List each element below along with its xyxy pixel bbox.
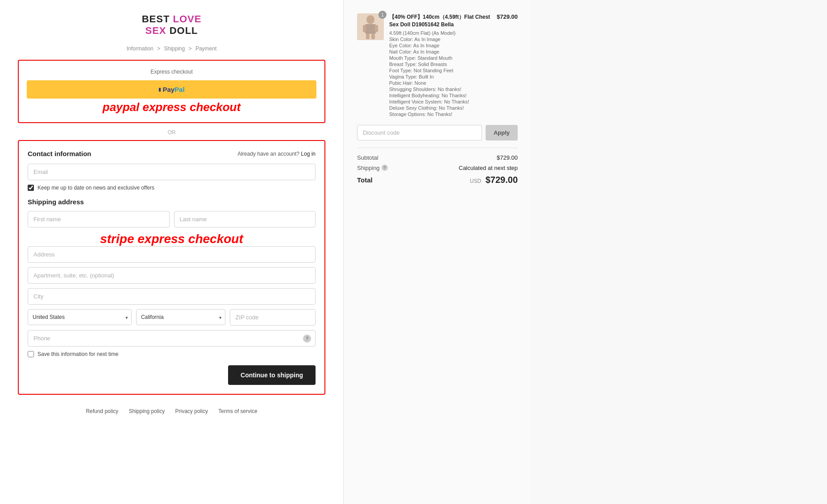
breadcrumb-shipping[interactable]: Shipping [164, 45, 185, 52]
name-row [28, 211, 316, 227]
apply-button[interactable]: Apply [486, 125, 518, 140]
subtotal-label: Subtotal [357, 154, 378, 161]
last-name-field[interactable] [174, 211, 316, 227]
phone-help-icon[interactable]: ? [303, 335, 311, 343]
breadcrumb-sep2: > [189, 45, 192, 52]
email-field[interactable] [28, 164, 316, 180]
contact-header: Contact information Already have an acco… [28, 150, 316, 157]
apt-field[interactable] [28, 267, 316, 284]
item-spec9: Pubic Hair: None [389, 80, 491, 86]
shipping-section-title: Shipping address [28, 198, 316, 206]
item-spec11: Intelligent Bodyheating: No Thanks! [389, 93, 491, 98]
footer-refund[interactable]: Refund policy [86, 408, 118, 414]
footer-privacy[interactable]: Privacy policy [175, 408, 208, 414]
total-row: Total USD $729.00 [357, 175, 518, 185]
continue-to-shipping-button[interactable]: Continue to shipping [228, 365, 316, 385]
paypal-logo-pal: Pal [175, 86, 185, 93]
state-select[interactable]: California Alabama Alaska Arizona New Yo… [136, 309, 225, 325]
contact-title: Contact information [28, 150, 91, 157]
item-spec12: Intelligent Voice System: No Thanks! [389, 99, 491, 104]
svg-rect-3 [363, 25, 366, 32]
city-field[interactable] [28, 288, 316, 305]
or-divider: OR [18, 129, 325, 136]
country-select[interactable]: United States [28, 309, 132, 325]
contact-shipping-box: Contact information Already have an acco… [18, 140, 325, 395]
total-amount: $729.00 [486, 175, 518, 185]
paypal-overlay-text: paypal express checkout [27, 100, 316, 114]
save-info-row: Save this information for next time [28, 351, 316, 357]
newsletter-row: Keep me up to date on news and exclusive… [28, 185, 316, 191]
item-spec2: Skin Color: As In Image [389, 37, 491, 42]
zip-field[interactable] [230, 309, 316, 326]
item-spec8: Vagina Type: Built In [389, 74, 491, 79]
phone-field[interactable] [28, 330, 316, 347]
breadcrumb: Information > Shipping > Payment [18, 45, 325, 52]
express-checkout-title: Express checkout [27, 69, 316, 75]
svg-rect-2 [365, 24, 376, 34]
paypal-logo-pay: Pay [162, 86, 175, 93]
shipping-value: Calculated at next step [459, 165, 518, 171]
order-summary-panel: 1 【40% OFF】140cm（4.59ft）Flat Chest Sex D… [344, 0, 531, 504]
total-label: Total [357, 175, 373, 185]
save-info-checkbox[interactable] [28, 351, 34, 357]
state-select-wrapper: California Alabama Alaska Arizona New Yo… [136, 309, 225, 326]
logo-sex: SEX [145, 25, 166, 36]
stripe-overlay-text: stripe express checkout [28, 232, 316, 246]
svg-rect-4 [375, 25, 378, 32]
item-name: 【40% OFF】140cm（4.59ft）Flat Chest Sex Dol… [389, 13, 491, 29]
shipping-help-icon[interactable]: ? [382, 165, 388, 171]
item-spec10: Shrugging Shoulders: No thanks! [389, 87, 491, 92]
svg-rect-5 [366, 34, 370, 39]
login-link: Already have an account? Log in [237, 151, 316, 157]
item-spec7: Foot Type: Not Standing Feet [389, 68, 491, 73]
address-field[interactable] [28, 246, 316, 263]
login-anchor[interactable]: Log in [301, 151, 316, 157]
express-checkout-box: Express checkout ▮ PayPal paypal express… [18, 60, 325, 123]
newsletter-checkbox[interactable] [28, 185, 34, 191]
svg-point-1 [366, 15, 374, 24]
breadcrumb-sep1: > [157, 45, 160, 52]
discount-input[interactable] [357, 125, 482, 140]
item-spec6: Breast Type: Solid Breasts [389, 62, 491, 67]
country-select-wrapper: United States [28, 309, 132, 326]
item-spec1: 4.59ft (140cm Flat) (As Model) [389, 30, 491, 36]
logo-doll: DOLL [170, 25, 198, 36]
order-totals: Subtotal $729.00 Shipping ? Calculated a… [357, 148, 518, 185]
logo-best: BEST [142, 13, 170, 25]
item-spec14: Storage Options: No Thanks! [389, 112, 491, 117]
item-price: $729.00 [497, 13, 518, 118]
newsletter-label: Keep me up to date on news and exclusive… [37, 185, 154, 191]
first-name-field[interactable] [28, 211, 170, 227]
country-state-zip-row: United States California Alabama Alaska … [28, 309, 316, 326]
subtotal-value: $729.00 [497, 154, 518, 161]
discount-row: Apply [357, 125, 518, 140]
phone-row: ? [28, 330, 316, 347]
logo-love: LOVE [173, 13, 201, 25]
item-quantity-badge: 1 [378, 11, 386, 19]
total-value: USD $729.00 [470, 175, 518, 185]
item-image-wrap: 1 [357, 13, 384, 40]
footer-links: Refund policy Shipping policy Privacy po… [18, 408, 325, 414]
svg-rect-6 [371, 34, 375, 39]
logo: BEST LOVE SEX DOLL [18, 13, 325, 37]
breadcrumb-payment: Payment [195, 45, 216, 52]
shipping-row: Shipping ? Calculated at next step [357, 165, 518, 171]
shipping-label: Shipping ? [357, 165, 388, 171]
footer-terms[interactable]: Terms of service [218, 408, 257, 414]
item-spec5: Mouth Type: Standard Mouth [389, 55, 491, 61]
item-spec13: Deluxe Sexy Clothing: No Thanks! [389, 105, 491, 111]
subtotal-row: Subtotal $729.00 [357, 154, 518, 161]
total-currency: USD [470, 178, 481, 184]
save-info-label: Save this information for next time [37, 351, 118, 357]
order-item: 1 【40% OFF】140cm（4.59ft）Flat Chest Sex D… [357, 13, 518, 118]
footer-shipping[interactable]: Shipping policy [129, 408, 165, 414]
item-details: 【40% OFF】140cm（4.59ft）Flat Chest Sex Dol… [389, 13, 491, 118]
item-spec4: Nail Color: As In Image [389, 49, 491, 54]
breadcrumb-information[interactable]: Information [127, 45, 154, 52]
item-spec3: Eye Color: As In Image [389, 43, 491, 48]
paypal-button[interactable]: ▮ PayPal [27, 80, 316, 99]
